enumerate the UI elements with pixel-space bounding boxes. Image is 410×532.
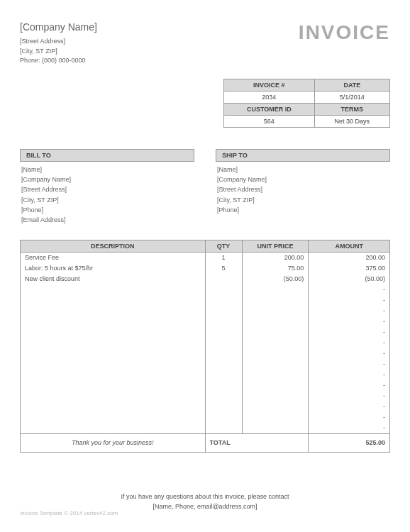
bill-to-line: [Name]: [20, 165, 194, 174]
thank-you-message: Thank you for your business!: [21, 433, 206, 452]
company-city: [City, ST ZIP]: [20, 47, 299, 57]
item-qty: [205, 316, 242, 327]
item-row: Service Fee1200.00200.00: [21, 252, 390, 263]
item-description: [21, 284, 206, 295]
item-description: [21, 338, 206, 348]
item-row: -: [21, 423, 390, 434]
item-price: [242, 380, 309, 391]
meta-terms-label: TERMS: [314, 103, 389, 115]
col-unit-price: UNIT PRICE: [242, 240, 309, 252]
items-table: DESCRIPTION QTY UNIT PRICE AMOUNT Servic…: [20, 240, 390, 453]
item-row: -: [21, 359, 390, 370]
item-qty: [205, 412, 242, 423]
item-amount: -: [309, 380, 390, 391]
meta-invoice-num: 2034: [224, 91, 315, 103]
col-qty: QTY: [205, 240, 242, 252]
item-amount: -: [309, 348, 390, 359]
item-row: New client discount(50.00)(50.00): [21, 274, 390, 284]
total-value: 525.00: [309, 433, 390, 452]
item-price: [242, 316, 309, 327]
item-amount: -: [309, 284, 390, 295]
item-price: [242, 306, 309, 316]
item-price: [242, 401, 309, 412]
item-qty: [205, 338, 242, 348]
item-description: [21, 348, 206, 359]
ship-to-line: [Street Address]: [216, 184, 390, 194]
ship-to-line: [Phone]: [216, 205, 390, 215]
bill-to-line: [City, ST ZIP]: [20, 195, 194, 205]
company-phone: Phone: (000) 000-0000: [20, 56, 299, 66]
item-qty: [205, 284, 242, 295]
item-price: [242, 295, 309, 306]
item-price: [242, 284, 309, 295]
item-description: [21, 401, 206, 412]
item-qty: [205, 370, 242, 380]
item-row: -: [21, 370, 390, 380]
item-qty: [205, 423, 242, 434]
item-price: [242, 423, 309, 434]
address-row: BILL TO [Name][Company Name][Street Addr…: [20, 149, 390, 226]
ship-to-line: [Name]: [216, 165, 390, 174]
item-price: (50.00): [242, 274, 309, 284]
item-price: [242, 348, 309, 359]
item-amount: -: [309, 306, 390, 316]
item-description: [21, 359, 206, 370]
item-description: [21, 370, 206, 380]
bill-to-line: [Phone]: [20, 205, 194, 215]
col-amount: AMOUNT: [309, 240, 390, 252]
item-amount: 200.00: [309, 252, 390, 263]
bill-to-header: BILL TO: [20, 149, 194, 162]
meta-date-label: DATE: [314, 79, 389, 91]
item-row: -: [21, 316, 390, 327]
bill-to-block: BILL TO [Name][Company Name][Street Addr…: [20, 149, 194, 226]
item-description: [21, 295, 206, 306]
company-name: [Company Name]: [20, 21, 299, 33]
ship-to-header: SHIP TO: [216, 149, 390, 162]
item-description: [21, 327, 206, 338]
item-description: [21, 391, 206, 401]
invoice-title: INVOICE: [299, 21, 390, 44]
item-price: 200.00: [242, 252, 309, 263]
company-block: [Company Name] [Street Address] [City, S…: [20, 21, 299, 66]
company-street: [Street Address]: [20, 37, 299, 47]
meta-customer-id: 564: [224, 115, 315, 127]
item-description: Labor: 5 hours at $75/hr: [21, 263, 206, 274]
ship-to-block: SHIP TO [Name][Company Name][Street Addr…: [216, 149, 390, 226]
item-price: [242, 359, 309, 370]
ship-to-line: [Company Name]: [216, 174, 390, 184]
item-amount: 375.00: [309, 263, 390, 274]
item-qty: [205, 306, 242, 316]
item-amount: (50.00): [309, 274, 390, 284]
item-description: Service Fee: [21, 252, 206, 263]
item-qty: 1: [205, 252, 242, 263]
meta-terms: Net 30 Days: [314, 115, 389, 127]
item-row: -: [21, 338, 390, 348]
invoice-meta: INVOICE # DATE 2034 5/1/2014 CUSTOMER ID…: [20, 72, 390, 128]
item-row: -: [21, 380, 390, 391]
item-description: [21, 412, 206, 423]
bill-to-line: [Email Address]: [20, 215, 194, 225]
item-description: [21, 306, 206, 316]
item-row: -: [21, 348, 390, 359]
meta-invoice-num-label: INVOICE #: [224, 79, 315, 91]
item-qty: [205, 327, 242, 338]
meta-customer-id-label: CUSTOMER ID: [224, 103, 315, 115]
item-description: [21, 316, 206, 327]
item-price: 75.00: [242, 263, 309, 274]
item-row: -: [21, 412, 390, 423]
item-qty: [205, 401, 242, 412]
ship-to-line: [City, ST ZIP]: [216, 195, 390, 205]
meta-date: 5/1/2014: [314, 91, 389, 103]
total-label: TOTAL: [205, 433, 309, 452]
item-description: [21, 423, 206, 434]
item-row: -: [21, 306, 390, 316]
item-price: [242, 412, 309, 423]
copyright: Invoice Template © 2014 vertex42.com: [20, 510, 118, 516]
item-description: [21, 380, 206, 391]
item-row: Labor: 5 hours at $75/hr575.00375.00: [21, 263, 390, 274]
total-row: Thank you for your business! TOTAL 525.0…: [21, 433, 390, 452]
item-qty: [205, 391, 242, 401]
meta-table: INVOICE # DATE 2034 5/1/2014 CUSTOMER ID…: [223, 79, 390, 128]
item-qty: 5: [205, 263, 242, 274]
item-amount: -: [309, 327, 390, 338]
